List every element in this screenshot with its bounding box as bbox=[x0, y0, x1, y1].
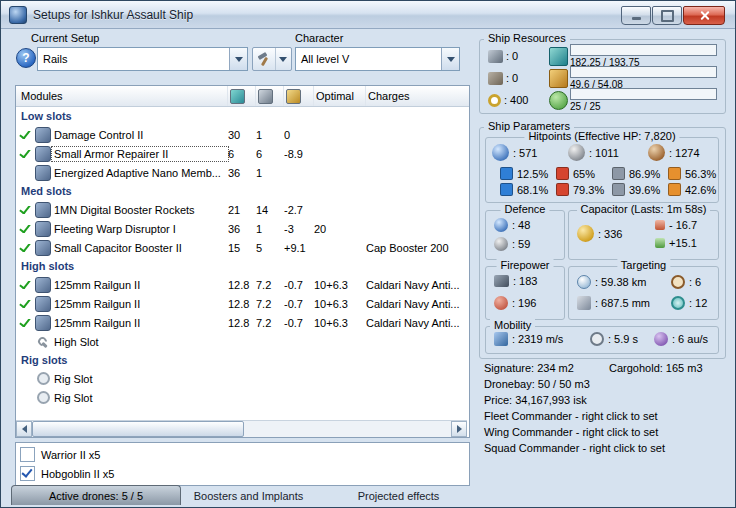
module-name: Small Capacitor Booster II bbox=[52, 241, 228, 255]
module-cap: -8.9 bbox=[284, 148, 314, 160]
arrow-left-icon bbox=[22, 425, 27, 433]
explosive-resist-icon bbox=[668, 167, 681, 180]
armor-thermal-resist: 79.3% bbox=[573, 184, 604, 196]
sensor-strength-icon bbox=[671, 296, 685, 310]
modules-column-header[interactable]: Modules bbox=[16, 86, 228, 106]
module-icon bbox=[34, 240, 52, 256]
module-cpu: 6 bbox=[228, 148, 256, 160]
hull-hp-icon bbox=[648, 144, 665, 161]
character-select[interactable]: All level V bbox=[295, 47, 460, 71]
maximize-icon bbox=[661, 10, 674, 22]
setup-tools-dropdown[interactable] bbox=[275, 48, 290, 70]
module-cap: -3 bbox=[284, 223, 314, 235]
setup-select[interactable]: Rails bbox=[37, 47, 248, 71]
current-setup-label: Current Setup bbox=[31, 32, 99, 44]
module-row[interactable]: Energized Adaptive Nano Memb... 36 1 bbox=[16, 163, 469, 182]
launcher-hardpoints-value: : 0 bbox=[506, 72, 518, 84]
setup-select-value: Rails bbox=[38, 48, 229, 70]
module-row[interactable]: Small Capacitor Booster II 15 5 +9.1 Cap… bbox=[16, 238, 469, 257]
module-row[interactable]: Fleeting Warp Disruptor I 36 1 -3 20 bbox=[16, 219, 469, 238]
maximize-button[interactable] bbox=[652, 6, 682, 25]
armor-em-resist: 68.1% bbox=[517, 184, 548, 196]
mobility-title: Mobility bbox=[490, 319, 535, 331]
fitted-check-icon bbox=[16, 244, 34, 252]
optimal-column-header[interactable]: Optimal bbox=[314, 86, 366, 106]
defence-shield-value: : 48 bbox=[512, 219, 530, 231]
max-targets-icon bbox=[671, 275, 685, 289]
module-row[interactable]: 125mm Railgun II 12.8 7.2 -0.7 10+6.3 Ca… bbox=[16, 275, 469, 294]
module-icon bbox=[34, 202, 52, 218]
hammer-icon bbox=[257, 52, 271, 66]
thermal-resist-icon bbox=[556, 167, 569, 180]
drone-row[interactable]: Warrior II x5 bbox=[16, 445, 469, 464]
fitted-check-icon bbox=[16, 150, 34, 158]
module-icon bbox=[34, 221, 52, 237]
squad-commander-slot[interactable]: Squad Commander - right click to set bbox=[484, 442, 665, 454]
scroll-left-button[interactable] bbox=[16, 421, 32, 437]
drone-row[interactable]: Hobgoblin II x5 bbox=[16, 464, 469, 483]
empty-rig-slot-row[interactable]: Rig Slot bbox=[16, 369, 469, 388]
empty-high-slot-row[interactable]: High Slot bbox=[16, 332, 469, 351]
minimize-button[interactable] bbox=[621, 6, 651, 25]
scrollbar-track[interactable] bbox=[32, 421, 451, 437]
tab-active-drones[interactable]: Active drones: 5 / 5 bbox=[11, 485, 181, 505]
module-cap: -0.7 bbox=[284, 317, 314, 329]
module-charges: Caldari Navy Anti... bbox=[366, 279, 469, 291]
turret-hardpoints-value: : 0 bbox=[506, 50, 518, 62]
modules-table-header[interactable]: Modules Optimal Charges bbox=[16, 86, 469, 107]
app-icon bbox=[9, 6, 27, 24]
bandwidth-bar bbox=[570, 88, 717, 100]
character-select-arrow[interactable] bbox=[441, 48, 459, 70]
module-name: 1MN Digital Booster Rockets bbox=[52, 203, 228, 217]
module-optimal: 10+6.3 bbox=[314, 298, 366, 310]
module-icon bbox=[34, 277, 52, 293]
module-row[interactable]: 125mm Railgun II 12.8 7.2 -0.7 10+6.3 Ca… bbox=[16, 313, 469, 332]
cap-drain-icon bbox=[655, 220, 665, 230]
signature-stat: Signature: 234 m2 bbox=[484, 362, 574, 374]
module-row[interactable]: 1MN Digital Booster Rockets 21 14 -2.7 bbox=[16, 200, 469, 219]
empty-rig-slot-row[interactable]: Rig Slot bbox=[16, 388, 469, 407]
defence-armor-value: : 59 bbox=[512, 238, 530, 250]
drone-checkbox-checked[interactable] bbox=[20, 466, 35, 481]
calibration-icon bbox=[488, 94, 501, 107]
launcher-hardpoints-icon bbox=[488, 72, 503, 85]
horizontal-scrollbar[interactable] bbox=[16, 420, 467, 437]
module-icon bbox=[34, 296, 52, 312]
module-cpu: 36 bbox=[228, 223, 256, 235]
shield-kinetic-resist: 86.9% bbox=[629, 168, 660, 180]
targeting-range-icon bbox=[577, 275, 591, 289]
firepower-dps: : 196 bbox=[512, 297, 536, 309]
rig-slot-icon bbox=[34, 391, 52, 404]
dps-icon bbox=[494, 296, 508, 310]
defence-title: Defence bbox=[501, 203, 550, 215]
firepower-volley: : 183 bbox=[513, 275, 537, 287]
tab-boosters-implants[interactable]: Boosters and Implants bbox=[186, 488, 311, 504]
wing-commander-slot[interactable]: Wing Commander - right click to set bbox=[484, 426, 658, 438]
scroll-right-button[interactable] bbox=[451, 421, 467, 437]
defence-group: Defence : 48 : 59 bbox=[485, 210, 565, 260]
close-button[interactable] bbox=[683, 6, 725, 25]
kinetic-resist-icon bbox=[612, 183, 625, 196]
charges-column-header[interactable]: Charges bbox=[366, 86, 469, 106]
setup-tools-button[interactable] bbox=[252, 47, 292, 71]
tab-projected-effects[interactable]: Projected effects bbox=[346, 488, 451, 504]
module-row[interactable]: 125mm Railgun II 12.8 7.2 -0.7 10+6.3 Ca… bbox=[16, 294, 469, 313]
dronebay-stat: Dronebay: 50 / 50 m3 bbox=[484, 378, 590, 390]
drone-checkbox[interactable] bbox=[20, 447, 35, 462]
fleet-commander-slot[interactable]: Fleet Commander - right click to set bbox=[484, 410, 658, 422]
align-time-value: : 5.9 s bbox=[608, 333, 638, 345]
character-label: Character bbox=[295, 32, 343, 44]
capacitor-column-icon bbox=[286, 89, 301, 104]
arrow-right-icon bbox=[457, 425, 462, 433]
armor-defence-icon bbox=[494, 237, 508, 251]
hitpoints-title: Hitpoints (Effective HP: 7,820) bbox=[524, 130, 679, 142]
help-icon[interactable]: ? bbox=[16, 48, 36, 68]
armor-hp-icon bbox=[568, 144, 585, 161]
module-row-selected[interactable]: Small Armor Repairer II 6 6 -8.9 bbox=[16, 144, 469, 163]
window-controls bbox=[621, 6, 725, 25]
setup-select-arrow[interactable] bbox=[229, 48, 247, 70]
shield-explosive-resist: 56.3% bbox=[685, 168, 716, 180]
module-row[interactable]: Damage Control II 30 1 0 bbox=[16, 125, 469, 144]
scrollbar-thumb[interactable] bbox=[32, 421, 244, 437]
thermal-resist-icon bbox=[556, 183, 569, 196]
